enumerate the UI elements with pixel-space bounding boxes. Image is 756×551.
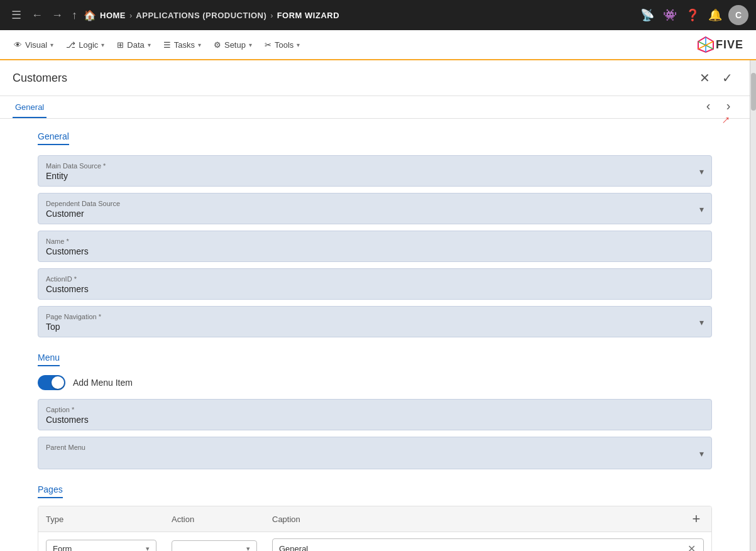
page-navigation-label: Page Navigation *	[46, 313, 699, 320]
caption-input[interactable]	[279, 544, 686, 551]
help-icon-btn[interactable]: ❓	[683, 6, 702, 25]
add-page-btn[interactable]: +	[684, 506, 709, 532]
visual-arrow: ▾	[50, 41, 53, 48]
breadcrumb-form: FORM WIZARD	[277, 11, 339, 20]
add-menu-item-label: Add Menu Item	[73, 378, 133, 388]
scrollbar-thumb[interactable]	[751, 73, 756, 111]
toggle-thumb	[52, 376, 64, 389]
caption-value: Customers	[46, 415, 704, 425]
pages-table: Type Action Caption + Form ▾	[38, 506, 712, 551]
close-btn[interactable]: ✕	[694, 68, 715, 88]
type-select-value: Form	[53, 544, 146, 551]
forward-btn[interactable]: →	[49, 6, 65, 25]
col-caption-header: Caption	[265, 508, 684, 530]
main-data-source-label: Main Data Source *	[46, 162, 699, 170]
menu-section-label: Menu	[38, 352, 712, 366]
dependent-data-source-label: Dependent Data Source	[46, 200, 699, 207]
page-navigation-value: Top	[46, 322, 699, 332]
breadcrumb-sep-2: ›	[270, 11, 273, 20]
tab-general[interactable]: General	[13, 96, 47, 118]
pages-section: Pages Type Action Caption +	[38, 484, 712, 551]
parent-menu-value	[46, 452, 699, 464]
main-data-source-arrow: ▾	[699, 166, 704, 177]
five-logo: FIVE	[697, 36, 743, 53]
action-select-arrow: ▾	[246, 545, 250, 551]
top-nav: ☰ ← → ↑ 🏠 HOME › APPLICATIONS (PRODUCTIO…	[0, 0, 756, 30]
data-icon: ⊞	[117, 40, 124, 50]
action-id-value: Customers	[46, 284, 704, 294]
page-navigation-field[interactable]: Page Navigation * Top ▾	[38, 306, 712, 337]
setup-btn[interactable]: ⚙ Setup ▾	[207, 36, 258, 53]
dependent-data-source-field[interactable]: Dependent Data Source Customer ▾	[38, 193, 712, 224]
nav-prev-btn[interactable]: ‹	[699, 97, 717, 114]
breadcrumb-sep-1: ›	[129, 11, 132, 20]
header-actions: ✕ ✓	[694, 68, 737, 88]
home-label: HOME	[100, 11, 126, 20]
col-action-cell: ▾	[164, 538, 265, 551]
caption-input-field[interactable]: ✕	[272, 538, 704, 551]
action-id-label: ActionID *	[46, 275, 704, 283]
col-action-header: Action	[164, 508, 265, 530]
form-panel: Customers ✕ ✓ General ‹ › ↑	[0, 60, 750, 551]
col-caption-cell: ✕	[265, 536, 711, 551]
tasks-btn[interactable]: ☰ Tasks ▾	[157, 36, 207, 53]
setup-icon: ⚙	[214, 40, 221, 50]
main-data-source-field[interactable]: Main Data Source * Entity ▾	[38, 155, 712, 187]
main-data-source-value: Entity	[46, 171, 699, 181]
action-select[interactable]: ▾	[172, 540, 257, 551]
bell-icon-btn[interactable]: 🔔	[706, 6, 725, 25]
toolbar: 👁 Visual ▾ ⎇ Logic ▾ ⊞ Data ▾ ☰ Tasks ▾ …	[0, 30, 756, 60]
data-btn[interactable]: ⊞ Data ▾	[111, 36, 156, 53]
pages-section-label: Pages	[38, 484, 712, 498]
caption-field[interactable]: Caption * Customers	[38, 399, 712, 430]
logic-btn[interactable]: ⎇ Logic ▾	[60, 36, 111, 53]
nav-next-btn[interactable]: ›	[720, 97, 737, 114]
add-menu-item-toggle[interactable]	[38, 375, 65, 390]
tab-nav-row: General ‹ › ↑	[0, 96, 750, 119]
tasks-icon: ☰	[163, 40, 171, 50]
caption-label: Caption *	[46, 406, 704, 413]
confirm-btn[interactable]: ✓	[717, 68, 737, 88]
parent-menu-label: Parent Menu	[46, 444, 699, 451]
name-field[interactable]: Name * Customers	[38, 231, 712, 262]
visual-btn[interactable]: 👁 Visual ▾	[8, 36, 60, 53]
table-row: Form ▾ ▾	[38, 532, 711, 551]
type-select-arrow: ▾	[146, 545, 150, 551]
logic-icon: ⎇	[66, 40, 75, 50]
avatar[interactable]: C	[728, 5, 748, 25]
parent-menu-arrow: ▾	[699, 449, 704, 459]
form-body: General Main Data Source * Entity ▾ Depe…	[0, 119, 750, 551]
tools-icon: ✂	[265, 40, 271, 50]
wifi-icon-btn[interactable]: 📡	[638, 6, 657, 25]
nav-arrows: ‹ › ↑	[699, 97, 737, 118]
logic-arrow: ▾	[101, 41, 104, 48]
setup-arrow: ▾	[249, 41, 252, 48]
tools-arrow: ▾	[297, 41, 300, 48]
tools-btn[interactable]: ✂ Tools ▾	[258, 36, 306, 53]
col-type-header: Type	[38, 508, 164, 530]
general-section-label: General	[38, 131, 712, 145]
add-menu-item-toggle-row: Add Menu Item	[38, 375, 712, 390]
data-arrow: ▾	[148, 41, 151, 48]
up-btn[interactable]: ↑	[69, 6, 80, 25]
form-title: Customers	[13, 72, 694, 85]
tasks-arrow: ▾	[198, 41, 201, 48]
menu-section: Menu Add Menu Item Caption * Customers	[38, 352, 712, 469]
right-scrollbar[interactable]	[750, 60, 756, 551]
type-select[interactable]: Form ▾	[46, 540, 156, 551]
col-type-cell: Form ▾	[38, 537, 164, 551]
name-value: Customers	[46, 246, 704, 256]
home-icon: 🏠	[84, 9, 96, 21]
parent-menu-field[interactable]: Parent Menu ▾	[38, 437, 712, 469]
visual-icon: 👁	[14, 40, 22, 50]
name-label: Name *	[46, 237, 704, 245]
caption-clear-btn[interactable]: ✕	[686, 543, 697, 551]
pages-table-header: Type Action Caption +	[38, 506, 711, 532]
menu-icon-btn[interactable]: ☰	[8, 6, 25, 25]
breadcrumb-app: APPLICATIONS (PRODUCTION)	[136, 11, 266, 20]
dependent-data-source-value: Customer	[46, 209, 699, 219]
back-btn[interactable]: ←	[29, 6, 45, 25]
alien-icon-btn[interactable]: 👾	[660, 6, 679, 25]
action-id-field[interactable]: ActionID * Customers	[38, 268, 712, 300]
form-header: Customers ✕ ✓	[0, 60, 750, 96]
